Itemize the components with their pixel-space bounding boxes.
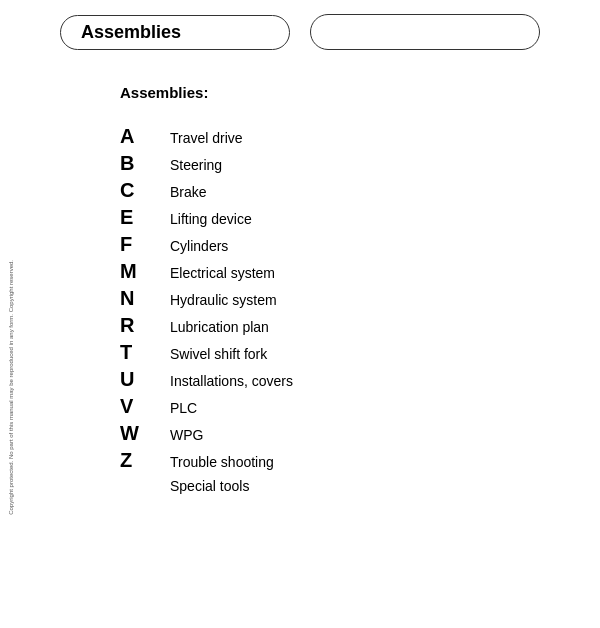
assembly-letter: E	[120, 206, 170, 229]
main-content: Assemblies: ATravel driveBSteeringCBrake…	[0, 64, 600, 514]
assembly-letter: R	[120, 314, 170, 337]
list-item: TSwivel shift fork	[120, 341, 520, 364]
assembly-list: ATravel driveBSteeringCBrakeELifting dev…	[120, 125, 520, 494]
list-item: ATravel drive	[120, 125, 520, 148]
assembly-description: Swivel shift fork	[170, 346, 267, 362]
assembly-description: Lifting device	[170, 211, 252, 227]
assembly-letter: C	[120, 179, 170, 202]
list-item: ELifting device	[120, 206, 520, 229]
assembly-description: Special tools	[170, 478, 249, 494]
list-item: CBrake	[120, 179, 520, 202]
list-item: BSteering	[120, 152, 520, 175]
assembly-description: Steering	[170, 157, 222, 173]
list-item: NHydraulic system	[120, 287, 520, 310]
list-item: VPLC	[120, 395, 520, 418]
list-item: WWPG	[120, 422, 520, 445]
list-item: FCylinders	[120, 233, 520, 256]
list-item: Special tools	[120, 478, 520, 494]
assembly-description: PLC	[170, 400, 197, 416]
assembly-description: Cylinders	[170, 238, 228, 254]
assembly-letter: Z	[120, 449, 170, 472]
assembly-description: Electrical system	[170, 265, 275, 281]
assembly-description: Travel drive	[170, 130, 243, 146]
assembly-letter: B	[120, 152, 170, 175]
assembly-letter: U	[120, 368, 170, 391]
header-right	[310, 14, 540, 50]
assembly-letter: V	[120, 395, 170, 418]
list-item: ZTrouble shooting	[120, 449, 520, 472]
assembly-description: Lubrication plan	[170, 319, 269, 335]
section-title: Assemblies:	[120, 84, 520, 101]
assembly-description: Brake	[170, 184, 207, 200]
list-item: MElectrical system	[120, 260, 520, 283]
assembly-description: Trouble shooting	[170, 454, 274, 470]
assembly-letter: F	[120, 233, 170, 256]
assembly-description: Hydraulic system	[170, 292, 277, 308]
header: Assemblies	[0, 0, 600, 64]
assembly-letter: M	[120, 260, 170, 283]
list-item: RLubrication plan	[120, 314, 520, 337]
assembly-letter: T	[120, 341, 170, 364]
assembly-letter: A	[120, 125, 170, 148]
assembly-description: Installations, covers	[170, 373, 293, 389]
assembly-letter: W	[120, 422, 170, 445]
list-item: UInstallations, covers	[120, 368, 520, 391]
copyright-text: Copyright protected. No part of this man…	[8, 260, 28, 515]
header-title: Assemblies	[60, 15, 290, 50]
assembly-letter: N	[120, 287, 170, 310]
assembly-description: WPG	[170, 427, 203, 443]
